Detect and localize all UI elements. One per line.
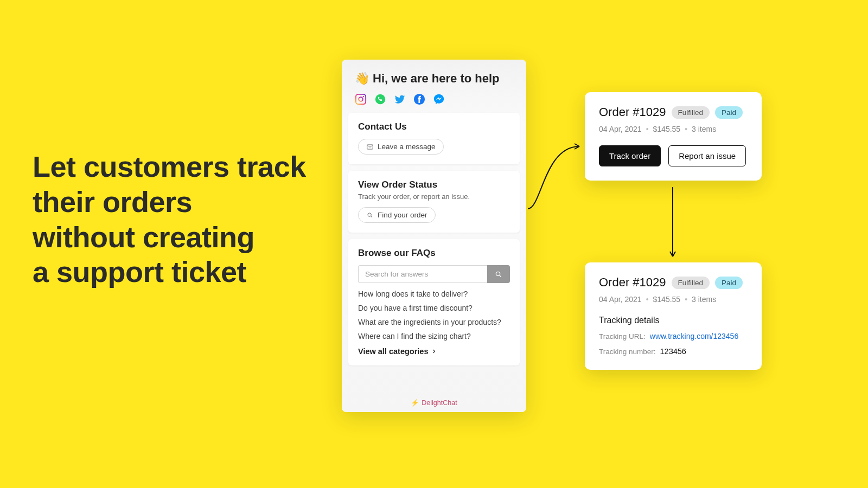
faq-item[interactable]: Do you have a first time discount? xyxy=(358,304,510,312)
chevron-right-icon xyxy=(431,348,437,355)
widget-body: Contact Us Leave a message View Order St… xyxy=(342,113,526,391)
widget-header: 👋 Hi, we are here to help xyxy=(342,60,526,113)
status-badge-paid: Paid xyxy=(715,277,743,289)
order-header: Order #1029 Fulfilled Paid xyxy=(599,105,748,119)
headline-line-2: their orders xyxy=(33,184,326,220)
find-order-button[interactable]: Find your order xyxy=(358,207,436,223)
widget-footer: ⚡ DelightChat xyxy=(342,391,526,412)
facebook-icon[interactable] xyxy=(413,93,425,105)
whatsapp-icon[interactable] xyxy=(374,93,386,105)
faq-list: How long does it take to deliver? Do you… xyxy=(358,290,510,341)
order-header: Order #1029 Fulfilled Paid xyxy=(599,275,748,290)
order-status-card: View Order Status Track your order, or r… xyxy=(348,171,520,233)
order-date: 04 Apr, 2021 xyxy=(599,125,642,133)
widget-greeting-text: Hi, we are here to help xyxy=(373,72,500,86)
faq-search xyxy=(358,265,510,283)
widget-title: 👋 Hi, we are here to help xyxy=(355,72,513,86)
search-icon xyxy=(494,270,503,279)
connector-arrow-1 xyxy=(525,136,590,217)
order-amount: $145.55 xyxy=(653,295,681,304)
help-widget: 👋 Hi, we are here to help Contact Us xyxy=(342,60,526,412)
twitter-icon[interactable] xyxy=(394,93,406,105)
social-icons-row xyxy=(355,93,513,105)
order-actions: Track order Report an issue xyxy=(599,145,748,166)
marketing-headline: Let customers track their orders without… xyxy=(33,149,326,290)
faq-item[interactable]: Where can I find the sizing chart? xyxy=(358,332,510,341)
track-order-button[interactable]: Track order xyxy=(599,145,661,166)
tracking-number-label: Tracking number: xyxy=(599,348,656,356)
order-items: 3 items xyxy=(692,295,716,304)
messenger-icon[interactable] xyxy=(433,93,445,105)
order-status-subtitle: Track your order, or report an issue. xyxy=(358,192,510,201)
svg-point-6 xyxy=(368,213,371,216)
order-title: Order #1029 xyxy=(599,275,666,290)
order-date: 04 Apr, 2021 xyxy=(599,295,642,304)
order-amount: $145.55 xyxy=(653,125,681,133)
tracking-number-row: Tracking number: 123456 xyxy=(599,347,748,356)
svg-point-1 xyxy=(359,97,363,101)
order-items: 3 items xyxy=(692,125,716,133)
tracking-url-label: Tracking URL: xyxy=(599,332,646,341)
tracking-details-heading: Tracking details xyxy=(599,316,748,325)
headline-line-4: a support ticket xyxy=(33,254,326,290)
view-all-label: View all categories xyxy=(358,347,429,356)
order-summary-card: Order #1029 Fulfilled Paid 04 Apr, 2021•… xyxy=(585,92,762,181)
svg-rect-0 xyxy=(356,94,366,104)
status-badge-fulfilled: Fulfilled xyxy=(672,106,710,119)
tracking-number-value: 123456 xyxy=(660,347,686,356)
contact-us-title: Contact Us xyxy=(358,121,510,132)
search-icon xyxy=(366,211,374,219)
report-issue-button[interactable]: Report an issue xyxy=(668,145,746,166)
leave-message-button[interactable]: Leave a message xyxy=(358,139,444,155)
faq-search-input[interactable] xyxy=(358,265,487,283)
connector-arrow-2 xyxy=(667,187,678,263)
svg-point-3 xyxy=(375,94,385,104)
faq-item[interactable]: How long does it take to deliver? xyxy=(358,290,510,298)
headline-line-3: without creating xyxy=(33,220,326,255)
order-tracking-card: Order #1029 Fulfilled Paid 04 Apr, 2021•… xyxy=(585,262,762,370)
tracking-url-link[interactable]: www.tracking.com/123456 xyxy=(650,332,738,341)
status-badge-paid: Paid xyxy=(715,106,743,119)
view-all-categories-link[interactable]: View all categories xyxy=(358,347,510,356)
svg-point-7 xyxy=(496,272,500,275)
faqs-card: Browse our FAQs How long does it take to… xyxy=(348,239,520,365)
footer-brand: DelightChat xyxy=(422,399,457,407)
order-meta: 04 Apr, 2021• $145.55• 3 items xyxy=(599,125,748,133)
svg-point-2 xyxy=(363,96,364,97)
order-title: Order #1029 xyxy=(599,105,666,119)
faqs-title: Browse our FAQs xyxy=(358,248,510,259)
contact-us-card: Contact Us Leave a message xyxy=(348,113,520,164)
order-meta: 04 Apr, 2021• $145.55• 3 items xyxy=(599,295,748,304)
tracking-url-row: Tracking URL: www.tracking.com/123456 xyxy=(599,332,748,341)
status-badge-fulfilled: Fulfilled xyxy=(672,277,710,289)
bolt-icon: ⚡ xyxy=(411,399,419,407)
instagram-icon[interactable] xyxy=(355,93,367,105)
wave-icon: 👋 xyxy=(355,72,369,86)
find-order-label: Find your order xyxy=(378,211,427,219)
leave-message-label: Leave a message xyxy=(378,143,436,151)
order-status-title: View Order Status xyxy=(358,179,510,190)
faq-search-button[interactable] xyxy=(487,265,510,283)
faq-item[interactable]: What are the ingredients in your product… xyxy=(358,318,510,326)
headline-line-1: Let customers track xyxy=(33,149,326,184)
mail-icon xyxy=(366,143,374,151)
